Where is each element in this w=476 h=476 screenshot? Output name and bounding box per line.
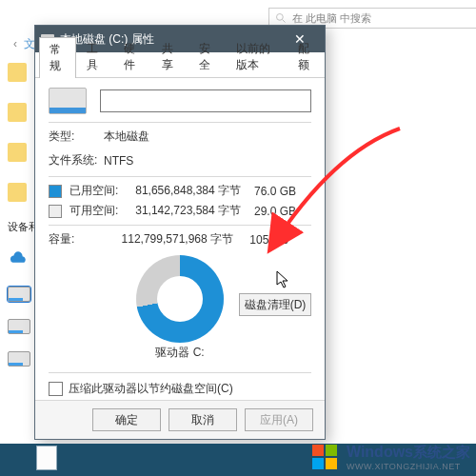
taskbar-item[interactable]: [36, 446, 57, 470]
used-label: 已用空间:: [69, 183, 119, 199]
sidebar-folder[interactable]: [8, 183, 27, 202]
tab-hardware[interactable]: 硬件: [113, 36, 150, 77]
svg-line-1: [283, 20, 286, 23]
properties-dialog: 本地磁盘 (C:) 属性 ✕ 常规 工具 硬件 共享 安全 以前的版本 配额 类…: [34, 25, 326, 440]
compress-label: 压缩此驱动器以节约磁盘空间(C): [69, 381, 233, 397]
drive-name-input[interactable]: [100, 89, 311, 112]
capacity-gb: 105 GB: [241, 233, 288, 247]
svg-rect-4: [312, 458, 324, 469]
capacity-row: 容量: 112,799,571,968 字节 105 GB: [49, 231, 311, 248]
svg-rect-2: [312, 445, 324, 456]
svg-point-0: [277, 14, 284, 21]
type-value: 本地磁盘: [104, 129, 149, 145]
fs-label: 文件系统:: [49, 152, 104, 169]
divider: [49, 122, 311, 123]
drive-large-icon: [49, 88, 87, 114]
sidebar-drive[interactable]: [8, 319, 30, 334]
cancel-button[interactable]: 取消: [169, 408, 237, 431]
tab-quota[interactable]: 配额: [288, 36, 325, 77]
tab-security[interactable]: 安全: [188, 36, 226, 77]
sidebar-folder[interactable]: [8, 143, 27, 162]
space-table: 已用空间: 81,656,848,384 字节 76.0 GB 可用空间: 31…: [49, 183, 311, 219]
sidebar-drive[interactable]: [8, 351, 30, 367]
sidebar-folder[interactable]: [8, 103, 27, 122]
tabs: 常规 工具 硬件 共享 安全 以前的版本 配额: [35, 52, 325, 78]
free-bytes: 31,142,723,584 字节: [127, 203, 241, 219]
chevron-left-icon: ‹: [13, 37, 17, 50]
used-gb: 76.0 GB: [248, 185, 296, 198]
capacity-label: 容量:: [49, 231, 111, 248]
tab-tools[interactable]: 工具: [76, 36, 113, 77]
search-icon: [275, 12, 287, 24]
divider: [49, 176, 311, 177]
divider: [49, 372, 311, 373]
tab-previous[interactable]: 以前的版本: [226, 36, 288, 77]
compress-checkbox[interactable]: [49, 382, 63, 396]
disk-cleanup-button[interactable]: 磁盘清理(D): [239, 293, 311, 316]
watermark-url: WWW.XITONGZHIJIA.NET: [347, 462, 470, 471]
dialog-body: 类型:本地磁盘 文件系统:NTFS 已用空间: 81,656,848,384 字…: [35, 78, 325, 419]
svg-rect-3: [326, 445, 337, 456]
fs-value: NTFS: [104, 154, 133, 168]
onedrive-icon[interactable]: [8, 251, 29, 267]
free-label: 可用空间:: [69, 203, 119, 219]
free-swatch: [49, 205, 62, 218]
divider: [49, 225, 311, 226]
dialog-buttons: 确定 取消 应用(A): [35, 400, 325, 439]
type-label: 类型:: [49, 129, 104, 145]
sidebar-folder[interactable]: [8, 63, 27, 82]
ok-button[interactable]: 确定: [92, 408, 161, 431]
used-bytes: 81,656,848,384 字节: [127, 183, 241, 199]
watermark-sub: 系统之家: [413, 444, 470, 460]
used-swatch: [49, 185, 62, 198]
search-placeholder: 在 此电脑 中搜索: [292, 11, 371, 26]
tab-sharing[interactable]: 共享: [151, 36, 188, 77]
watermark-brand: Windows: [347, 444, 413, 460]
svg-rect-5: [326, 458, 337, 469]
explorer-sidebar: 设备和: [8, 63, 30, 367]
usage-pie-chart: [136, 255, 224, 343]
apply-button[interactable]: 应用(A): [245, 408, 313, 431]
tab-general[interactable]: 常规: [39, 37, 76, 78]
free-gb: 29.0 GB: [248, 205, 296, 218]
watermark: Windows系统之家 WWW.XITONGZHIJIA.NET: [310, 442, 470, 472]
sidebar-drive-c[interactable]: [8, 287, 30, 302]
windows-logo-icon: [310, 442, 341, 472]
capacity-bytes: 112,799,571,968 字节: [119, 231, 233, 248]
drive-label: 驱动器 C:: [49, 345, 311, 361]
